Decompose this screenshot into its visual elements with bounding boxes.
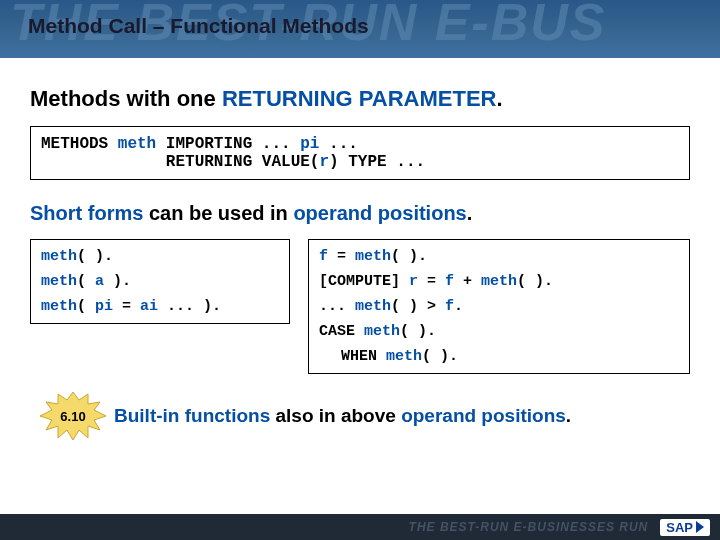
op4a: CASE <box>319 323 364 340</box>
two-column-examples: meth( ). meth( a ). meth( pi = ai ... ).… <box>30 239 690 374</box>
op2c: = <box>418 273 445 290</box>
op-line3: ... meth( ) > f. <box>319 298 679 315</box>
op3b: meth <box>355 298 391 315</box>
op-line2: [COMPUTE] r = f + meth( ). <box>319 273 679 290</box>
sap-logo-text: SAP <box>666 520 693 535</box>
cl1d: pi <box>300 135 319 153</box>
cl1b: meth <box>118 135 156 153</box>
op3d: f <box>445 298 454 315</box>
op5a: WHEN <box>341 348 386 365</box>
sf2a: meth <box>41 273 77 290</box>
op2b: r <box>409 273 418 290</box>
op-line5: WHEN meth( ). <box>319 348 679 365</box>
version-badge: 6.10 <box>44 396 102 436</box>
sap-logo: SAP <box>660 519 710 536</box>
heading-short-forms: Short forms can be used in operand posit… <box>30 202 690 225</box>
op5c: ( ). <box>422 348 458 365</box>
code-line-1: METHODS meth IMPORTING ... pi ... <box>41 135 679 153</box>
sf1a: meth <box>41 248 77 265</box>
header-bar: THE BEST-RUN E-BUS Method Call – Functio… <box>0 0 720 58</box>
sf2c: a <box>95 273 104 290</box>
h2-kw1: Short forms <box>30 202 143 224</box>
sf-line2: meth( a ). <box>41 273 279 290</box>
op3e: . <box>454 298 463 315</box>
footer-bar: THE BEST-RUN E-BUSINESSES RUN SAP <box>0 514 720 540</box>
short-forms-box: meth( ). meth( a ). meth( pi = ai ... ). <box>30 239 290 324</box>
bt-kw1: Built-in functions <box>114 405 270 426</box>
sf3e: ai <box>140 298 158 315</box>
op2e: + <box>454 273 481 290</box>
bt-dot: . <box>566 405 571 426</box>
builtin-functions-text: Built-in functions also in above operand… <box>114 405 571 427</box>
bt-mid: also in above <box>270 405 401 426</box>
content-area: Methods with one RETURNING PARAMETER. ME… <box>0 58 720 436</box>
code-line-2: RETURNING VALUE(r) TYPE ... <box>41 153 679 171</box>
cl2b: r <box>319 153 329 171</box>
h2-kw2: operand positions <box>293 202 466 224</box>
bottom-row: 6.10 Built-in functions also in above op… <box>30 396 690 436</box>
op4b: meth <box>364 323 400 340</box>
sf3f: ... ). <box>158 298 221 315</box>
version-number: 6.10 <box>60 409 85 424</box>
op5b: meth <box>386 348 422 365</box>
sf3b: ( <box>77 298 95 315</box>
sf-line1: meth( ). <box>41 248 279 265</box>
cl1a: METHODS <box>41 135 118 153</box>
sf3a: meth <box>41 298 77 315</box>
sf3c: pi <box>95 298 113 315</box>
codebox-method-declaration: METHODS meth IMPORTING ... pi ... RETURN… <box>30 126 690 180</box>
operand-positions-box: f = meth( ). [COMPUTE] r = f + meth( ). … <box>308 239 690 374</box>
op2g: ( ). <box>517 273 553 290</box>
cl2c: ) TYPE ... <box>329 153 425 171</box>
sf-line3: meth( pi = ai ... ). <box>41 298 279 315</box>
h2-mid: can be used in <box>143 202 293 224</box>
h1-part1: Methods with one <box>30 86 222 111</box>
op2f: meth <box>481 273 517 290</box>
op4c: ( ). <box>400 323 436 340</box>
footer-ghost-text: THE BEST-RUN E-BUSINESSES RUN <box>409 520 649 534</box>
sf2d: ). <box>104 273 131 290</box>
cl2a: RETURNING VALUE( <box>41 153 319 171</box>
op3c: ( ) > <box>391 298 445 315</box>
heading-returning-param: Methods with one RETURNING PARAMETER. <box>30 86 690 112</box>
h1-keyword: RETURNING PARAMETER <box>222 86 497 111</box>
op2a: [COMPUTE] <box>319 273 409 290</box>
sf2b: ( <box>77 273 95 290</box>
op3a: ... <box>319 298 355 315</box>
h1-part3: . <box>496 86 502 111</box>
sap-logo-triangle-icon <box>696 521 704 533</box>
cl1c: IMPORTING ... <box>156 135 300 153</box>
cl1e: ... <box>319 135 357 153</box>
op1a: f <box>319 248 328 265</box>
op-line1: f = meth( ). <box>319 248 679 265</box>
slide-title: Method Call – Functional Methods <box>28 14 369 38</box>
sf1b: ( ). <box>77 248 113 265</box>
bt-kw2: operand positions <box>401 405 566 426</box>
sf3d: = <box>113 298 140 315</box>
op-line4: CASE meth( ). <box>319 323 679 340</box>
h2-dot: . <box>467 202 473 224</box>
op2d: f <box>445 273 454 290</box>
op1b: = <box>328 248 355 265</box>
op1c: meth <box>355 248 391 265</box>
op1d: ( ). <box>391 248 427 265</box>
